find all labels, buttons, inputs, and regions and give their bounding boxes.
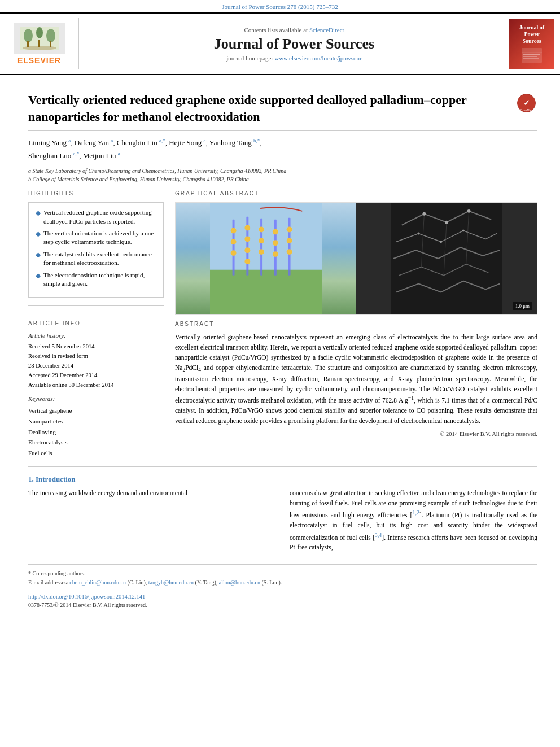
elsevier-logo: ELSEVIER — [0, 18, 79, 69]
doi-section: http://dx.doi.org/10.1016/j.jpowsour.201… — [28, 592, 537, 601]
email-label: E-mail addresses: — [28, 579, 68, 586]
highlights-box: ◆ Vertical reduced graphene oxide suppor… — [28, 202, 164, 298]
citation-text: Journal of Power Sources 278 (2015) 725–… — [222, 3, 338, 10]
scale-bar: 1.0 μm — [513, 302, 532, 310]
svg-point-38 — [287, 249, 292, 255]
highlight-text-4: The electrodeposition technique is rapid… — [43, 271, 156, 289]
received-date: Received 5 November 2014 — [28, 342, 164, 352]
abstract-heading: ABSTRACT — [175, 321, 537, 328]
scidir-link[interactable]: ScienceDirect — [309, 27, 344, 33]
available-date: Available online 30 December 2014 — [28, 381, 164, 390]
keyword-2: Nanoparticles — [28, 416, 164, 427]
svg-point-23 — [231, 228, 237, 234]
footnote-emails: E-mail addresses: chem_cbliu@hnu.edu.cn … — [28, 578, 537, 587]
intro-left-text: The increasing worldwide energy demand a… — [28, 488, 276, 499]
svg-rect-12 — [523, 58, 539, 59]
email-luo[interactable]: allou@hnu.edu.cn — [219, 579, 260, 586]
keyword-3: Dealloying — [28, 427, 164, 438]
svg-point-3 — [46, 29, 55, 42]
keywords-label: Keywords: — [28, 395, 164, 402]
highlight-item-2: ◆ The vertical orientation is achieved b… — [36, 229, 156, 247]
elsevier-brand: ELSEVIER — [18, 56, 61, 65]
introduction-section: 1. Introduction The increasing worldwide… — [28, 475, 537, 553]
journal-citation: Journal of Power Sources 278 (2015) 725–… — [0, 0, 560, 12]
highlight-item-3: ◆ The catalyst exhibits excellent perfor… — [36, 250, 156, 268]
email-tang[interactable]: tangyh@hnu.edu.cn — [148, 579, 194, 586]
svg-point-46 — [418, 233, 420, 235]
svg-point-30 — [259, 227, 264, 233]
homepage-label: journal homepage: — [226, 55, 273, 62]
intro-right-text: concerns draw great attention in seeking… — [290, 488, 537, 553]
email-liu[interactable]: chem_cbliu@hnu.edu.cn — [69, 579, 126, 586]
doi-link[interactable]: http://dx.doi.org/10.1016/j.jpowsour.201… — [28, 593, 145, 600]
svg-rect-8 — [522, 48, 542, 63]
bullet-2: ◆ — [36, 229, 41, 239]
issn-text: 0378-7753/© 2014 Elsevier B.V. All right… — [28, 602, 537, 608]
article-title-section: Vertically oriented reduced graphene oxi… — [28, 81, 537, 131]
svg-point-24 — [231, 239, 237, 245]
intro-title: 1. Introduction — [28, 475, 537, 484]
svg-point-33 — [273, 229, 278, 235]
highlight-item-4: ◆ The electrodeposition technique is rap… — [36, 271, 156, 289]
journal-homepage: journal homepage: www.elsevier.com/locat… — [90, 55, 498, 62]
intro-left-col: The increasing worldwide energy demand a… — [28, 488, 276, 553]
email-addresses: chem_cbliu@hnu.edu.cn (C. Liu), tangyh@h… — [69, 579, 282, 586]
svg-point-7 — [23, 46, 56, 50]
graphical-abstract-heading: GRAPHICAL ABSTRACT — [175, 190, 537, 198]
intro-left-start: The increasing worldwide energy demand a… — [28, 490, 187, 496]
section-number: 1. — [28, 475, 34, 483]
journal-header: ELSEVIER Contents lists available at Sci… — [0, 12, 560, 75]
svg-rect-4 — [27, 41, 29, 47]
section-title: Introduction — [36, 475, 76, 483]
svg-point-32 — [259, 249, 264, 255]
highlight-text-3: The catalyst exhibits excellent performa… — [43, 250, 156, 268]
svg-point-27 — [244, 237, 250, 242]
two-column-section: HIGHLIGHTS ◆ Vertical reduced graphene o… — [28, 190, 537, 458]
highlight-text-2: The vertical orientation is achieved by … — [43, 229, 156, 247]
scidir-label: Contents lists available at ScienceDirec… — [90, 27, 498, 33]
svg-rect-21 — [274, 220, 277, 276]
abstract-text: Vertically oriented graphene-based nanoc… — [175, 333, 537, 426]
svg-text:CrossMark: CrossMark — [519, 108, 533, 112]
abstract-section: ABSTRACT Vertically oriented graphene-ba… — [175, 315, 537, 436]
svg-rect-6 — [50, 41, 51, 47]
journal-title: Journal of Power Sources — [90, 36, 498, 53]
copyright: © 2014 Elsevier B.V. All rights reserved… — [175, 431, 537, 437]
svg-rect-16 — [210, 203, 322, 270]
svg-text:✓: ✓ — [523, 98, 530, 107]
graphical-abstract-image: MOR — [175, 202, 537, 315]
keyword-5: Fuel cells — [28, 448, 164, 458]
footnote-section: * Corresponding authors. E-mail addresse… — [28, 564, 537, 608]
crossmark[interactable]: ✓ CrossMark — [515, 91, 537, 114]
svg-point-48 — [462, 230, 465, 232]
revised-date: 28 December 2014 — [28, 361, 164, 371]
svg-point-2 — [36, 27, 43, 38]
main-content: Vertically oriented reduced graphene oxi… — [0, 75, 560, 615]
intro-two-column: The increasing worldwide energy demand a… — [28, 488, 537, 553]
svg-point-26 — [244, 225, 250, 231]
bullet-4: ◆ — [36, 271, 41, 281]
ga-sem-image: 1.0 μm — [356, 203, 537, 314]
svg-rect-10 — [523, 54, 540, 55]
homepage-link[interactable]: www.elsevier.com/locate/jpowsour — [274, 55, 361, 62]
affiliation-a: a State Key Laboratory of Chemo/Biosensi… — [28, 167, 537, 175]
accepted-date: Accepted 29 December 2014 — [28, 371, 164, 381]
svg-point-44 — [445, 221, 448, 224]
svg-rect-11 — [523, 56, 537, 57]
svg-rect-17 — [210, 270, 322, 314]
article-info: ARTICLE INFO Article history: Received 5… — [28, 314, 164, 458]
keywords-section: Keywords: Vertical graphene Nanoparticle… — [28, 395, 164, 458]
authors: Liming Yang a, Dafeng Yan a, Chengbin Li… — [28, 137, 537, 162]
svg-point-45 — [467, 209, 471, 213]
corr-label: * Corresponding authors. — [28, 570, 85, 576]
svg-point-28 — [244, 247, 250, 253]
svg-point-36 — [287, 227, 292, 233]
journal-header-center: Contents lists available at ScienceDirec… — [79, 27, 509, 62]
svg-point-31 — [259, 238, 264, 244]
ga-illustration: MOR — [176, 203, 356, 314]
scidir-text: Contents lists available at — [244, 27, 308, 33]
svg-point-37 — [287, 238, 292, 244]
footnote-corresponding: * Corresponding authors. — [28, 569, 537, 578]
keyword-4: Electrocatalysts — [28, 437, 164, 448]
highlights-heading: HIGHLIGHTS — [28, 190, 164, 198]
